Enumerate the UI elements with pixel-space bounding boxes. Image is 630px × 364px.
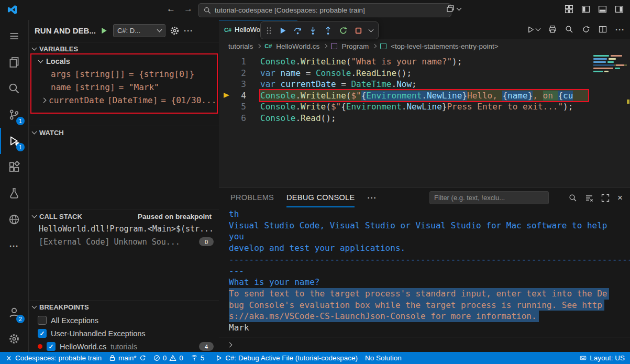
stack-frame-row[interactable]: HelloWorld.dll!Program.<Main>$(str...	[29, 222, 219, 235]
restart-button[interactable]	[339, 26, 348, 35]
explorer-icon[interactable]	[0, 49, 28, 75]
editor-more-actions-icon[interactable]: ···	[615, 25, 625, 34]
breadcrumb-symbol[interactable]: Program	[341, 42, 369, 50]
panel-more-tabs-icon[interactable]: ···	[367, 193, 377, 202]
breadcrumb-file[interactable]: HelloWorld.cs	[276, 42, 319, 50]
menu-icon[interactable]	[0, 23, 28, 49]
search-icon[interactable]	[0, 75, 28, 102]
more-views-icon[interactable]: ···	[0, 233, 28, 259]
solution-status[interactable]: No Solution	[365, 354, 402, 362]
views-more-actions-icon[interactable]: ···	[184, 26, 193, 35]
sync-icon[interactable]	[582, 25, 590, 34]
extensions-icon[interactable]	[0, 154, 28, 180]
code-line[interactable]: 6Console.Read();	[219, 113, 630, 124]
line-number-gutter[interactable]: 1	[219, 56, 260, 68]
source-control-icon[interactable]: 1	[0, 102, 28, 128]
console-line: develop and test your applications.	[229, 242, 630, 254]
variable-row-currentDate[interactable]: currentDate [DateTime] = {01/30...	[29, 94, 219, 107]
breakpoint-row[interactable]: All Exceptions	[29, 314, 219, 327]
testing-icon[interactable]	[0, 180, 28, 206]
debug-session-dropdown-icon[interactable]	[369, 27, 374, 32]
toggle-panel-icon[interactable]	[598, 5, 607, 14]
stack-frame-row[interactable]: [External Code] Unknown Sou... 0	[29, 235, 219, 248]
forward-arrow-icon[interactable]: →	[184, 4, 193, 14]
search-editor-icon[interactable]	[565, 25, 573, 34]
back-arrow-icon[interactable]: ←	[167, 4, 175, 14]
code-line[interactable]: 1Console.WriteLine("What is your name?")…	[219, 56, 630, 68]
locals-label: Locals	[46, 57, 70, 65]
checkbox-checked[interactable]	[38, 329, 47, 338]
step-into-button[interactable]	[308, 26, 317, 35]
debug-config-dropdown[interactable]: C#: D...	[113, 24, 165, 37]
split-editor-icon[interactable]	[599, 25, 607, 34]
accounts-icon[interactable]: 2	[0, 300, 28, 326]
step-over-button[interactable]	[293, 26, 302, 35]
code-line[interactable]: 2var name = Console.ReadLine();	[219, 68, 630, 79]
console-filter-input[interactable]	[429, 191, 549, 204]
continue-button[interactable]	[278, 26, 287, 35]
run-or-debug-button[interactable]	[527, 26, 540, 34]
clear-console-icon[interactable]	[585, 194, 593, 202]
remote-window-menu[interactable]	[446, 5, 461, 13]
debug-console-output[interactable]: thVisual Studio Code, Visual Studio or V…	[219, 207, 630, 337]
line-number-gutter[interactable]: 4	[219, 90, 260, 102]
callstack-section-header[interactable]: CALL STACK Paused on breakpoint	[29, 209, 219, 223]
command-center-search[interactable]: tutorial-codespace [Codespaces: probable…	[198, 3, 451, 17]
tab-debug-console[interactable]: DEBUG CONSOLE	[286, 188, 355, 207]
debug-status[interactable]: C#: Debug Active File (tutorial-codespac…	[216, 354, 358, 362]
remote-explorer-icon[interactable]	[0, 206, 28, 233]
variables-section-header[interactable]: VARIABLES	[29, 42, 219, 55]
ports-count: 5	[201, 354, 205, 362]
toggle-secondary-sidebar-icon[interactable]	[615, 5, 624, 14]
print-icon[interactable]	[548, 25, 557, 34]
breadcrumb-symbol[interactable]: <top-level-statements-entry-point>	[391, 42, 499, 50]
customize-layout-icon[interactable]	[565, 5, 573, 14]
console-line: bug Console's evaluation box while the t…	[229, 300, 604, 311]
variable-row-name[interactable]: name [string] = "Mark"	[29, 81, 219, 94]
breakpoint-label: User-Unhandled Exceptions	[51, 329, 146, 338]
code-line[interactable]: 3var currentDate = DateTime.Now;	[219, 79, 630, 90]
maximize-panel-icon[interactable]	[601, 194, 610, 202]
settings-gear-icon[interactable]	[0, 326, 28, 352]
start-debugging-button[interactable]	[100, 27, 108, 35]
problems-indicator[interactable]: 0 0	[153, 354, 183, 362]
code-line[interactable]: 4Console.WriteLine($"{Environment.NewLin…	[219, 90, 630, 102]
stop-button[interactable]	[354, 26, 363, 35]
code-line[interactable]: 5Console.Write($"{Environment.NewLine}Pr…	[219, 101, 630, 113]
step-out-button[interactable]	[324, 26, 333, 35]
line-number-gutter[interactable]: 6	[219, 113, 260, 124]
overview-ruler-current-line-marker	[627, 100, 629, 104]
debug-console-input[interactable]	[219, 337, 630, 352]
close-panel-icon[interactable]: ×	[617, 193, 623, 202]
run-and-debug-icon[interactable]: 1	[0, 128, 28, 154]
chevron-down-icon	[32, 46, 37, 51]
line-number-gutter[interactable]: 2	[219, 68, 260, 79]
configure-gear-icon[interactable]	[170, 26, 180, 36]
code-editor[interactable]: 1Console.WriteLine("What is your name?")…	[219, 53, 630, 187]
breakpoint-row[interactable]: HelloWorld.cs tutorials 4	[29, 340, 219, 352]
remote-indicator[interactable]: Codespaces: probable train	[5, 354, 102, 362]
breakpoint-row[interactable]: User-Unhandled Exceptions	[29, 327, 219, 340]
toolbar-drag-handle[interactable]	[266, 26, 272, 35]
keyboard-layout[interactable]: Layout: US	[579, 354, 625, 362]
minimap[interactable]	[590, 53, 630, 90]
toggle-sidebar-icon[interactable]	[581, 5, 590, 14]
line-number-gutter[interactable]: 5	[219, 101, 260, 113]
tab-problems[interactable]: PROBLEMS	[230, 188, 274, 207]
breakpoint-path: tutorials	[110, 343, 137, 351]
locals-scope-row[interactable]: Locals	[29, 54, 219, 68]
watch-section-header[interactable]: WATCH	[29, 126, 219, 139]
branch-indicator[interactable]: main*	[109, 354, 146, 362]
checkbox-unchecked[interactable]	[38, 316, 47, 325]
checkbox-checked[interactable]	[47, 342, 56, 351]
debug-badge: 1	[16, 143, 25, 151]
ports-indicator[interactable]: 5	[191, 354, 205, 362]
line-number-gutter[interactable]: 3	[219, 79, 260, 90]
breakpoints-section-header[interactable]: BREAKPOINTS	[29, 300, 219, 313]
variable-row-args[interactable]: args [string[]] = {string[0]}	[29, 68, 219, 81]
variable-type: [string]	[75, 82, 115, 92]
variable-value: = {string[0]}	[129, 69, 194, 79]
breadcrumb-folder[interactable]: tutorials	[228, 42, 253, 50]
breadcrumbs[interactable]: tutorials C# HelloWorld.cs Program <top-…	[219, 39, 630, 53]
console-search-icon[interactable]	[569, 194, 577, 202]
